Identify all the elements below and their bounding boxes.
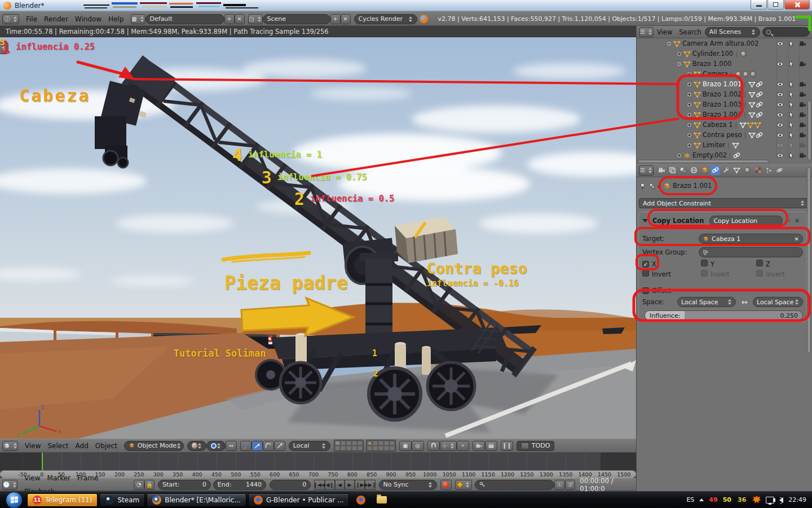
language-indicator[interactable]: ES: [686, 496, 694, 503]
hidden-icons-arrow[interactable]: [699, 498, 704, 501]
lock-to-scene-icon[interactable]: ▣: [399, 441, 412, 451]
space-from-select[interactable]: Local Space: [677, 297, 736, 307]
lock-icon[interactable]: 🔒: [144, 480, 155, 490]
manipulator-translate-icon[interactable]: [251, 441, 263, 451]
outliner-display-select[interactable]: All Scenes: [705, 27, 760, 37]
close-layout-button[interactable]: ✕: [235, 14, 245, 24]
outliner-search-input[interactable]: [762, 27, 810, 37]
properties-tab-tri[interactable]: [732, 165, 742, 175]
record-button[interactable]: [440, 480, 452, 490]
transform-orientation-select[interactable]: Local: [289, 441, 330, 451]
firefox-icon[interactable]: [356, 496, 365, 505]
outliner-row[interactable]: Camera|: [637, 69, 807, 79]
menu-item[interactable]: View: [21, 439, 44, 453]
outliner-hscrollbar[interactable]: [638, 160, 769, 163]
taskbar-app-firefox[interactable]: G-Blender • Publicar ...: [248, 493, 349, 507]
axis-y-checkbox[interactable]: [701, 260, 708, 266]
properties-vscrollbar[interactable]: [807, 167, 811, 353]
menu-item[interactable]: Marker: [44, 471, 74, 485]
menu-item[interactable]: Object: [92, 439, 121, 453]
pause-icon[interactable]: ❙❙: [501, 441, 513, 451]
properties-tab-chain[interactable]: [710, 165, 720, 175]
properties-tab-camr[interactable]: [657, 165, 667, 175]
properties-tab-layers[interactable]: [668, 165, 677, 175]
clear-target-icon[interactable]: ✕: [795, 236, 799, 242]
viewport-shading-select[interactable]: [187, 441, 206, 451]
minimize-button[interactable]: [751, 0, 767, 10]
axis-z-checkbox[interactable]: [756, 260, 763, 266]
editor-type-properties-button[interactable]: ☰: [639, 165, 654, 176]
explorer-icon[interactable]: [377, 496, 387, 503]
snap-magnet-icon[interactable]: [427, 441, 440, 451]
jump-to-end-button[interactable]: ▶▶❙: [365, 480, 376, 490]
properties-tab-world[interactable]: [689, 165, 699, 175]
render-opengl-anim-icon[interactable]: [485, 441, 497, 451]
volume-icon[interactable]: [779, 497, 783, 503]
timeline-scrub-area[interactable]: [0, 453, 636, 470]
manipulator-scale-icon[interactable]: [274, 441, 285, 451]
outliner-row[interactable]: Brazo 1.003|: [637, 99, 807, 110]
add-constraint-dropdown[interactable]: Add Object Constraint: [639, 198, 809, 208]
axis-x-checkbox[interactable]: ✓: [642, 261, 649, 268]
outliner-row[interactable]: Limiter|: [637, 140, 807, 150]
outliner-search-menu[interactable]: Search: [676, 26, 705, 38]
constraint-delete-icon[interactable]: ✕: [795, 217, 800, 225]
outliner-row[interactable]: Brazo 1.000: [637, 59, 807, 69]
outliner-row[interactable]: Brazo 1.004|: [637, 110, 807, 120]
sync-select[interactable]: No Sync: [379, 480, 437, 490]
menu-item[interactable]: View: [21, 471, 43, 485]
menu-item[interactable]: Frame: [74, 471, 102, 485]
constraint-extras-icon[interactable]: ◦: [787, 217, 791, 225]
offset-checkbox[interactable]: [642, 287, 649, 294]
influence-slider[interactable]: Influence: 0.250: [645, 310, 803, 321]
scene-icon[interactable]: ◳: [248, 14, 263, 24]
outliner-row[interactable]: Brazo 1.002|: [637, 89, 807, 99]
layers-grid-2[interactable]: [366, 440, 396, 452]
active-keying-set-field[interactable]: [475, 480, 554, 490]
next-keyframe-button[interactable]: ❙▶: [355, 480, 365, 490]
vertex-group-field[interactable]: [699, 247, 803, 257]
outliner-row[interactable]: Contra peso|: [637, 130, 807, 140]
outliner-row[interactable]: Empty.002|: [637, 150, 807, 159]
antivirus-icon[interactable]: [752, 496, 761, 504]
delete-keyframe-icon[interactable]: ⚿̸: [565, 480, 576, 490]
editor-type-info-button[interactable]: ⓘ: [2, 14, 19, 24]
properties-tab-sphere[interactable]: [743, 165, 752, 175]
viewport-3d[interactable]: z x y + (0) Brazo 1.001 Cabeza 4influenc…: [0, 37, 636, 439]
panel-collapse-icon[interactable]: [642, 219, 648, 222]
close-button[interactable]: [784, 0, 810, 10]
menu-item[interactable]: Help: [105, 12, 127, 26]
invert-y-checkbox[interactable]: [701, 270, 708, 277]
keying-set-type-select[interactable]: [455, 480, 472, 490]
menu-item[interactable]: File: [23, 12, 41, 26]
screen-layout-select[interactable]: Default: [145, 14, 224, 24]
layers-grid-1[interactable]: [334, 440, 364, 452]
target-field[interactable]: Cabeza 1 ✕: [699, 234, 803, 244]
taskbar-app-telegram[interactable]: 11Telegram (11): [27, 493, 98, 507]
menu-item[interactable]: Select: [44, 439, 72, 453]
screen-layout-icon[interactable]: ▦: [131, 14, 145, 24]
invert-x-checkbox[interactable]: [642, 270, 649, 277]
properties-tab-checker[interactable]: [753, 165, 763, 175]
start-button[interactable]: [6, 492, 23, 508]
play-button[interactable]: ▶: [345, 480, 355, 490]
play-reverse-button[interactable]: ◀: [335, 480, 345, 490]
outliner-row[interactable]: Brazo 1.001|: [637, 79, 807, 89]
outliner-view-menu[interactable]: View: [654, 26, 676, 38]
constraint-name-field[interactable]: Copy Location: [709, 216, 783, 226]
manipulator-rotate-icon[interactable]: [263, 441, 274, 451]
current-frame-field[interactable]: 0: [270, 480, 311, 490]
properties-tab-wrench[interactable]: [721, 165, 731, 175]
close-scene-button[interactable]: ✕: [341, 14, 351, 24]
menu-item[interactable]: Render: [41, 12, 72, 26]
start-frame-field[interactable]: Start: 0: [158, 480, 211, 490]
manipulator-axis-icon[interactable]: [240, 441, 251, 451]
frame-range-clock-icon[interactable]: ◔: [134, 480, 144, 490]
outliner-row[interactable]: Cabeza 1|: [637, 120, 807, 130]
editor-type-timeline-button[interactable]: 🕐: [2, 480, 17, 490]
properties-tab-cube[interactable]: [700, 165, 709, 175]
add-layout-button[interactable]: +: [224, 14, 235, 24]
todo-button[interactable]: TODO: [517, 441, 555, 451]
menu-item[interactable]: Add: [72, 439, 92, 453]
menu-item[interactable]: Window: [72, 12, 105, 26]
